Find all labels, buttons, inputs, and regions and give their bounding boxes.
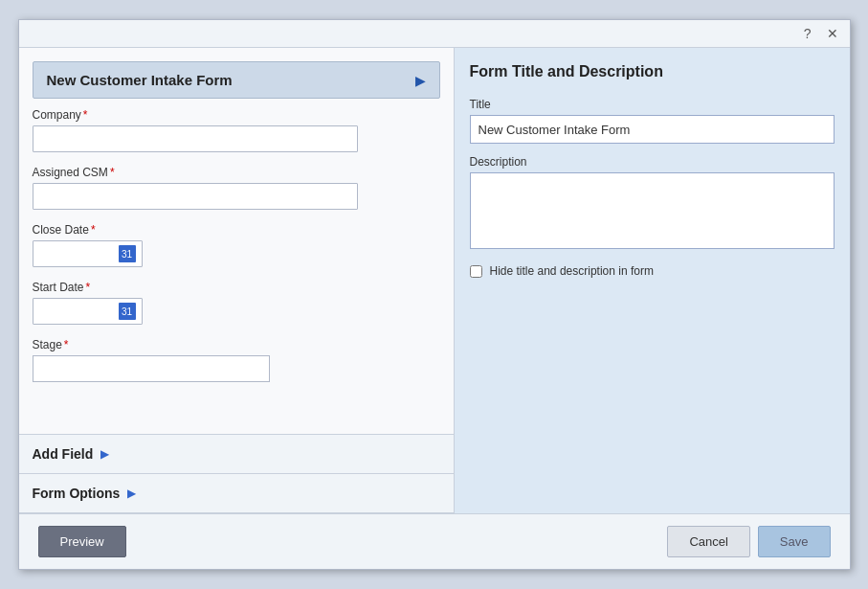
form-title-text: New Customer Intake Form — [47, 72, 233, 88]
dialog: ? ✕ New Customer Intake Form ▶ Company * — [18, 19, 851, 570]
form-options-arrow-icon: ▶ — [127, 487, 136, 500]
field-label-start-date-text: Start Date — [33, 281, 84, 294]
hide-title-checkbox[interactable] — [470, 265, 482, 278]
required-star-close-date: * — [91, 223, 96, 237]
add-field-label: Add Field — [33, 446, 94, 462]
right-title-input[interactable] — [470, 115, 835, 144]
form-fields-area: Company * Assigned CSM * Close — [19, 99, 454, 434]
start-date-calendar-icon: 31 — [119, 303, 136, 320]
field-label-start-date: Start Date * — [33, 281, 440, 294]
right-title-label: Title — [470, 98, 835, 111]
form-options-label: Form Options — [33, 486, 121, 501]
help-button[interactable]: ? — [800, 24, 815, 43]
dialog-top-bar: ? ✕ — [19, 20, 850, 48]
field-label-company: Company * — [33, 108, 440, 122]
preview-button[interactable]: Preview — [38, 526, 126, 557]
cancel-button[interactable]: Cancel — [667, 526, 749, 557]
close-button[interactable]: ✕ — [823, 24, 842, 43]
form-title-bar[interactable]: New Customer Intake Form ▶ — [33, 61, 440, 99]
right-button-group: Cancel Save — [667, 526, 830, 557]
required-star-start-date: * — [86, 281, 91, 294]
form-options-item[interactable]: Form Options ▶ — [19, 474, 454, 513]
add-field-arrow-icon: ▶ — [100, 447, 109, 461]
stage-input[interactable] — [33, 355, 270, 382]
required-star-stage: * — [64, 338, 69, 351]
field-group-csm: Assigned CSM * — [33, 166, 440, 210]
field-group-start-date: Start Date * 31 — [33, 281, 440, 325]
hide-title-label: Hide title and description in form — [490, 264, 654, 278]
field-label-csm: Assigned CSM * — [33, 166, 440, 179]
dialog-main: New Customer Intake Form ▶ Company * Ass… — [19, 48, 850, 513]
hide-title-row: Hide title and description in form — [470, 264, 835, 278]
required-star-company: * — [83, 108, 88, 122]
field-group-close-date: Close Date * 31 — [33, 223, 440, 267]
right-description-input[interactable] — [470, 172, 835, 249]
field-label-csm-text: Assigned CSM — [33, 166, 108, 179]
form-title-arrow-icon: ▶ — [415, 73, 426, 88]
close-date-input[interactable]: 31 — [33, 240, 143, 267]
left-panel: New Customer Intake Form ▶ Company * Ass… — [19, 48, 455, 513]
right-title-group: Title — [470, 98, 835, 144]
add-field-item[interactable]: Add Field ▶ — [19, 435, 454, 474]
field-group-stage: Stage * — [33, 338, 440, 382]
field-label-company-text: Company — [33, 108, 81, 122]
field-label-close-date-text: Close Date — [33, 223, 89, 237]
right-description-label: Description — [470, 155, 835, 169]
field-label-stage: Stage * — [33, 338, 440, 351]
required-star-csm: * — [110, 166, 115, 179]
save-button[interactable]: Save — [758, 526, 831, 557]
start-date-input[interactable]: 31 — [33, 298, 143, 325]
company-input[interactable] — [33, 125, 358, 152]
right-panel: Form Title and Description Title Descrip… — [455, 48, 850, 513]
bottom-bar: Preview Cancel Save — [19, 513, 850, 569]
field-label-close-date: Close Date * — [33, 223, 440, 237]
field-group-company: Company * — [33, 108, 440, 152]
field-label-stage-text: Stage — [33, 338, 62, 351]
right-panel-title: Form Title and Description — [470, 63, 835, 80]
bottom-links: Add Field ▶ Form Options ▶ — [19, 434, 454, 513]
csm-input[interactable] — [33, 183, 358, 210]
right-description-group: Description — [470, 155, 835, 249]
close-date-calendar-icon: 31 — [119, 245, 136, 262]
